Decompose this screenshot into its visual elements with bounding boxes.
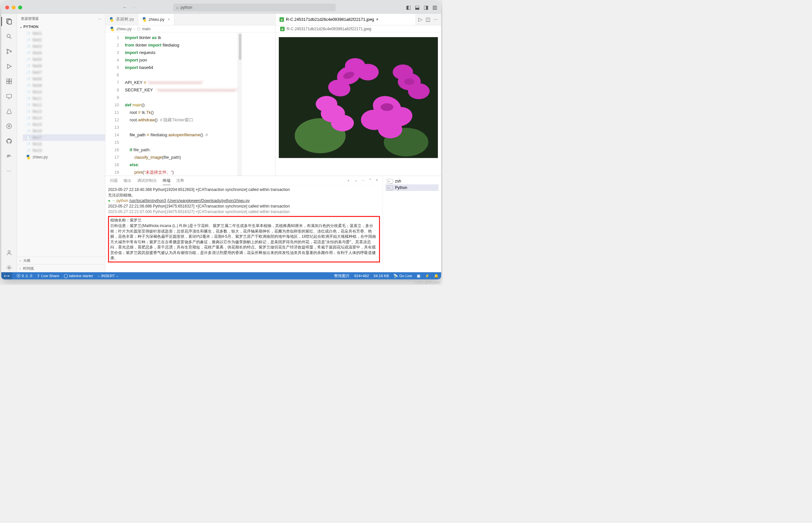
panel-tab[interactable]: 输出 — [124, 177, 131, 185]
sidebar-more-icon[interactable]: ··· — [98, 17, 101, 21]
tabnine-status[interactable]: ◯ tabnine starter — [64, 273, 93, 278]
terminal[interactable]: 2023-05-27 22:18:40.368 Python[19204:651… — [105, 186, 383, 272]
gitlens-icon[interactable] — [4, 122, 14, 131]
layout-customize-icon[interactable]: ▥ — [432, 4, 437, 11]
layout-sidebar-right-icon[interactable]: ◨ — [423, 4, 429, 11]
file-tree-item[interactable]: 📄file08 — [23, 76, 105, 82]
code-line[interactable]: root.withdraw() # 隐藏Tkinter窗口 — [125, 116, 237, 124]
code-line[interactable]: SECRET_KEY "xxxxxxxxxxxxxxxxxxxxxxxxxxxx… — [125, 86, 237, 94]
search-activity-icon[interactable] — [4, 32, 14, 41]
settings-gear-icon[interactable] — [4, 263, 14, 272]
command-center[interactable]: ⌕ python — [173, 4, 336, 12]
code-line[interactable]: print("未选择文件。") — [125, 168, 237, 176]
run-icon[interactable]: ▷ — [418, 16, 422, 22]
remote-indicator[interactable]: ⟷ — [1, 272, 12, 279]
image-preview[interactable] — [275, 33, 441, 176]
close-window-button[interactable] — [5, 5, 9, 10]
file-tree-item[interactable]: 📄file12 — [23, 102, 105, 108]
file-tree-item[interactable]: 📄file09 — [23, 82, 105, 89]
problems-status[interactable]: ⓧ 0 ⚠ 0 — [17, 273, 32, 278]
file-tree-item[interactable]: zhiwu.py — [23, 154, 105, 160]
extensions-icon[interactable] — [4, 77, 14, 86]
file-tree-item[interactable]: 📄file18 — [23, 141, 105, 147]
code-line[interactable]: import base64 — [125, 64, 237, 71]
outline-section[interactable]: ›大纲 — [17, 257, 105, 265]
code-line[interactable]: classify_image(file_path) — [125, 154, 237, 161]
github-icon[interactable] — [4, 137, 14, 146]
panel-tab[interactable]: 注释 — [176, 177, 184, 185]
nav-forward-icon[interactable]: → — [131, 4, 137, 11]
file-tree-item[interactable]: 📄file11 — [23, 95, 105, 102]
split-editor-icon[interactable]: ◫ — [426, 16, 430, 22]
file-tree-item[interactable]: 📄file06 — [23, 63, 105, 69]
maximize-panel-icon[interactable]: ⌃ — [368, 178, 372, 183]
code-line[interactable]: import requests — [125, 49, 237, 56]
run-debug-icon[interactable] — [4, 62, 14, 71]
file-tree-item[interactable]: 📄file17 — [23, 134, 105, 141]
close-panel-icon[interactable]: × — [376, 178, 378, 183]
preview-tab[interactable]: ▲ R-C.2453171db21d26c4e093981a82f22171.j… — [275, 14, 415, 25]
panel-tab[interactable]: 终端 — [163, 177, 170, 185]
code-line[interactable] — [125, 94, 237, 101]
file-tree-item[interactable]: 📄file13 — [23, 108, 105, 115]
code-line[interactable]: def main(): — [125, 101, 237, 109]
layout-sidebar-left-icon[interactable]: ◧ — [406, 4, 411, 11]
code-editor[interactable]: 12345678910111213141516171819 import tki… — [105, 33, 275, 176]
file-tree-item[interactable]: 📄file19 — [23, 147, 105, 154]
file-tree-item[interactable]: 📄file04 — [23, 50, 105, 56]
file-tree-item[interactable]: 📄file16 — [23, 128, 105, 134]
testing-icon[interactable] — [4, 107, 14, 116]
file-tree-item[interactable]: 📄file01 — [23, 30, 105, 37]
terminal-instance[interactable]: >_zsh — [385, 178, 438, 184]
file-tree-item[interactable]: 📄file10 — [23, 89, 105, 95]
docker-icon[interactable] — [4, 151, 14, 161]
editor-tab[interactable]: zhiwu.py× — [138, 14, 174, 25]
notifications-icon[interactable]: 🔔 — [434, 273, 438, 278]
maximize-window-button[interactable] — [18, 5, 22, 10]
file-tree-item[interactable]: 📄file15 — [23, 121, 105, 128]
panel-tab[interactable]: 调试控制台 — [137, 177, 157, 185]
nav-back-icon[interactable]: ← — [122, 4, 128, 11]
code-line[interactable]: from tkinter import filedialog — [125, 41, 237, 49]
go-live-status[interactable]: 📡 Go Live — [393, 273, 412, 278]
breadcrumb[interactable]: zhiwu.py › ⬡ main — [105, 25, 275, 33]
panel-tab[interactable]: 问题 — [110, 177, 118, 185]
layout-panel-icon[interactable]: ⬓ — [415, 4, 420, 11]
live-share-status[interactable]: ⇪ Live Share — [37, 273, 59, 278]
file-tree-item[interactable]: 📄file02 — [23, 37, 105, 43]
prettier-status-icon[interactable]: ⚡ — [425, 273, 429, 278]
timeline-section[interactable]: ›时间线 — [17, 265, 105, 272]
file-tree-item[interactable]: 📄file03 — [23, 43, 105, 50]
code-line[interactable]: else: — [125, 161, 237, 168]
file-tree-item[interactable]: 📄file07 — [23, 69, 105, 76]
code-line[interactable]: API_KEY = "xxxxxxxxxxxxxxxxxxxxxxxxx" — [125, 79, 237, 86]
close-icon[interactable]: × — [376, 17, 378, 22]
code-line[interactable]: root = tk.Tk() — [125, 109, 237, 116]
file-tree-item[interactable]: 📄file14 — [23, 115, 105, 121]
new-terminal-icon[interactable]: ＋ — [346, 178, 350, 183]
code-line[interactable]: if file_path: — [125, 146, 237, 154]
minimize-window-button[interactable] — [12, 5, 16, 10]
editor-more-icon[interactable]: ··· — [434, 17, 438, 22]
terminal-instance[interactable]: >_Python — [385, 184, 438, 191]
code-line[interactable] — [125, 124, 237, 131]
terminal-dropdown-icon[interactable]: ⌄ — [354, 178, 358, 183]
minimap[interactable] — [237, 33, 242, 176]
editor-tab[interactable]: 圣诞树.py — [105, 14, 138, 25]
tabnine-icon[interactable]: ▣ — [417, 273, 420, 278]
code-line[interactable]: file_path = filedialog.askopenfilename()… — [125, 131, 237, 139]
code-line[interactable]: import json — [125, 56, 237, 64]
source-control-icon[interactable] — [4, 47, 14, 56]
code-line[interactable] — [125, 139, 237, 146]
more-icon[interactable]: ··· — [4, 166, 14, 176]
close-tab-icon[interactable]: × — [167, 17, 170, 22]
preview-breadcrumb[interactable]: ▲ R-C.2453171db21d26c4e093981a82f22171.j… — [275, 25, 441, 33]
panel-more-icon[interactable]: ··· — [361, 178, 365, 183]
explorer-folder-header[interactable]: ⌄ PYTHON — [17, 24, 105, 30]
explorer-icon[interactable] — [4, 17, 14, 26]
file-tree-item[interactable]: 📄file05 — [23, 56, 105, 63]
remote-explorer-icon[interactable] — [4, 92, 14, 101]
code-line[interactable] — [125, 71, 237, 79]
code-line[interactable]: import tkinter as tk — [125, 34, 237, 41]
accounts-icon[interactable] — [4, 248, 14, 257]
